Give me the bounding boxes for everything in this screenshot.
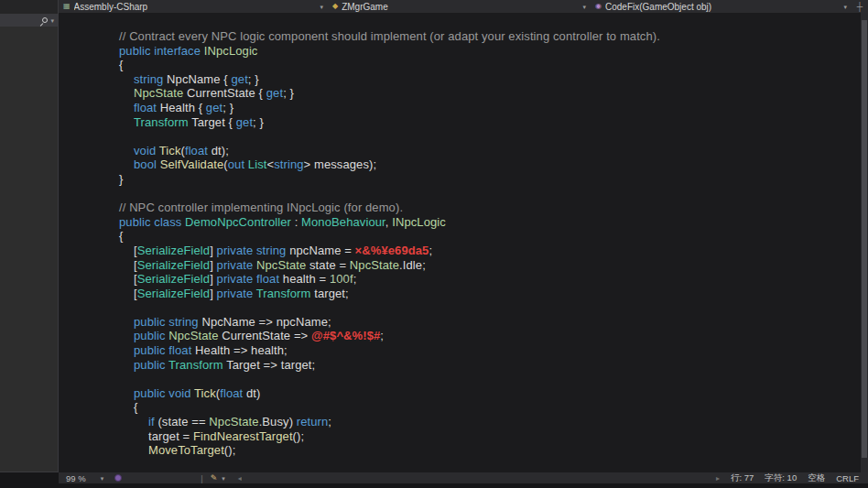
code-token-plain: CurrentState =>: [219, 329, 311, 342]
code-line: target = FindNearestTarget();: [59, 429, 861, 444]
member-dropdown-label: CodeFix(GameObject obj): [605, 2, 841, 12]
code-token-plain: ;: [429, 244, 432, 257]
code-line: [SerializeField] private string npcName …: [59, 244, 861, 258]
code-token-plain: ]: [210, 244, 216, 257]
code-token-type: DemoNpcController: [185, 215, 291, 229]
vertical-scrollbar-thumb[interactable]: [862, 20, 867, 458]
code-token-type: SerializeField: [137, 272, 210, 286]
code-token-plain: Health {: [157, 101, 206, 114]
navigation-bar: ▦ Assembly-CSharp ▾ ◆ ZMgrGame ▾ ◉ CodeF…: [59, 0, 868, 13]
code-token-kw: out: [228, 157, 244, 171]
left-tool-panel: ▾: [0, 0, 59, 472]
code-token-kw: private: [217, 258, 256, 272]
extension-sphere-icon[interactable]: [114, 474, 122, 482]
code-token-plain: Health => health;: [195, 343, 288, 357]
code-line: [59, 300, 861, 315]
code-line: }: [59, 172, 861, 187]
code-token-iface: INpcLogic: [392, 215, 446, 229]
code-token-plain: ; }: [248, 72, 259, 86]
window-split-grip-icon[interactable]: ┼: [852, 0, 868, 13]
code-token-kw: if: [148, 415, 155, 428]
code-token-plain: Target {: [189, 115, 236, 129]
code-token-plain: ]: [210, 258, 216, 272]
code-line: public Transform Target => target;: [59, 358, 861, 373]
code-line: public float Health => health;: [59, 343, 861, 358]
code-token-plain: (state ==: [155, 415, 210, 428]
code-token-kw: public float: [134, 343, 195, 357]
code-token-plain: ]: [210, 287, 216, 300]
horizontal-scrollbar[interactable]: [242, 472, 716, 483]
zoom-caret-icon[interactable]: ▾: [101, 475, 104, 482]
code-token-kw: get: [206, 101, 222, 114]
code-token-kw: public: [134, 358, 168, 372]
code-token-method: FindNearestTarget: [193, 429, 293, 443]
search-box[interactable]: ▾: [0, 14, 58, 27]
code-token-kw: float: [185, 144, 208, 157]
code-line: public string NpcName => npcName;: [59, 315, 861, 330]
code-token-plain: dt);: [208, 144, 229, 157]
code-token-plain: health =: [283, 272, 330, 286]
char-indicator: 字符: 10: [765, 472, 797, 484]
tool-panel-header: [0, 0, 58, 14]
code-token-comment: // Contract every NPC logic component sh…: [119, 29, 660, 43]
code-token-type: Transform: [168, 358, 223, 372]
code-token-kw: string: [274, 157, 303, 171]
code-token-num: 100f: [330, 272, 353, 286]
code-token-enum: NpcState: [168, 329, 218, 342]
code-line: void Tick(float dt);: [59, 144, 861, 158]
code-token-plain: ; }: [222, 101, 233, 114]
code-token-method: Tick: [194, 386, 216, 400]
code-token-kw: get: [231, 72, 247, 86]
pen-options-caret-icon[interactable]: ▾: [222, 475, 225, 482]
code-token-type: Transform: [256, 287, 311, 300]
code-token-plain: ();: [224, 443, 236, 457]
code-token-plain: dt): [243, 386, 260, 400]
spaces-toggle[interactable]: 空格: [808, 472, 825, 484]
code-token-kw: float: [220, 386, 243, 400]
code-token-kw: private float: [217, 272, 283, 286]
code-token-method: MoveToTarget: [148, 443, 224, 457]
member-dropdown[interactable]: ◉ CodeFix(GameObject obj) ▾: [591, 0, 852, 13]
line-indicator: 行: 77: [731, 472, 754, 484]
code-token-plain: {: [119, 58, 123, 71]
code-token-plain: npcName =: [289, 244, 354, 257]
code-line: [59, 372, 861, 386]
code-token-kw: private: [217, 287, 256, 300]
code-token-kw: public: [134, 329, 168, 342]
code-line: NpcState CurrentState { get; }: [59, 86, 861, 101]
code-line: public void Tick(float dt): [59, 386, 861, 401]
vertical-scrollbar[interactable]: [861, 13, 868, 472]
project-dropdown-label: Assembly-CSharp: [74, 2, 317, 12]
zoom-level-select[interactable]: 99 %: [66, 473, 86, 483]
code-token-method: Tick: [159, 144, 181, 157]
code-line: // NPC controller implementing INpcLogic…: [59, 201, 861, 215]
code-token-kw: public string: [134, 315, 201, 329]
type-dropdown[interactable]: ◆ ZMgrGame ▾: [328, 0, 591, 13]
pen-icon[interactable]: ✎: [211, 473, 218, 483]
code-line: public interface INpcLogic: [59, 44, 861, 59]
code-token-kw: public class: [119, 215, 185, 229]
code-token-kw: private string: [217, 244, 290, 257]
code-token-plain: target =: [148, 429, 193, 443]
code-line: Transform Target { get; }: [59, 115, 861, 130]
code-token-kw: float: [134, 101, 157, 114]
search-options-caret-icon[interactable]: ▾: [50, 17, 54, 24]
scroll-right-arrow-icon[interactable]: ▸: [716, 474, 720, 483]
project-dropdown[interactable]: ▦ Assembly-CSharp ▾: [59, 0, 328, 13]
code-line: if (state == NpcState.Busy) return;: [59, 415, 861, 429]
code-token-iface: INpcLogic: [204, 44, 258, 58]
code-token-kw: return: [297, 415, 329, 428]
code-token-method: SelfValidate: [160, 157, 224, 171]
code-token-plain: ();: [293, 429, 305, 443]
code-line: MoveToTarget();: [59, 443, 861, 458]
code-token-comment: // NPC controller implementing INpcLogic…: [119, 201, 403, 214]
code-line: {: [59, 58, 861, 72]
code-token-plain: NpcName {: [163, 72, 231, 86]
code-editor[interactable]: // Contract every NPC logic component sh…: [59, 13, 861, 472]
code-line: {: [59, 400, 861, 415]
code-token-kw: bool: [134, 157, 160, 171]
search-icon: [42, 17, 48, 23]
code-token-plain: ; }: [283, 86, 294, 100]
eol-toggle[interactable]: CRLF: [836, 473, 859, 483]
code-token-kw: void: [134, 144, 159, 157]
